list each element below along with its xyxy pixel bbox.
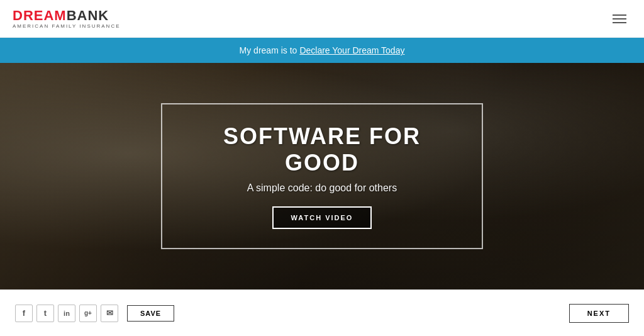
hero-subtitle: A simple code: do good for others [200, 182, 444, 194]
logo-dream-part: DREAM [13, 8, 67, 23]
twitter-icon[interactable]: t [36, 305, 54, 322]
facebook-icon[interactable]: f [15, 305, 33, 322]
social-save-group: f t in g+ ✉ SAVE [15, 305, 174, 322]
save-button[interactable]: SAVE [127, 305, 174, 322]
watch-video-button[interactable]: WATCH VIDEO [272, 206, 372, 229]
banner-prefix: My dream is to [240, 45, 297, 55]
hamburger-line-1 [613, 14, 626, 16]
next-button[interactable]: NEXT [569, 304, 629, 323]
googleplus-icon[interactable]: g+ [79, 305, 97, 322]
footer-bar: f t in g+ ✉ SAVE NEXT [0, 289, 644, 336]
site-header: DREAMBANK AMERICAN FAMILY INSURANCE [0, 0, 644, 38]
hamburger-menu[interactable] [608, 9, 631, 28]
linkedin-icon[interactable]: in [58, 305, 75, 322]
hero-content-box: SOFTWARE FOR GOOD A simple code: do good… [161, 103, 483, 249]
email-icon[interactable]: ✉ [101, 305, 118, 322]
declare-dream-link[interactable]: Declare Your Dream Today [299, 45, 404, 55]
hero-title: SOFTWARE FOR GOOD [200, 123, 444, 176]
hamburger-line-3 [613, 22, 626, 23]
logo[interactable]: DREAMBANK AMERICAN FAMILY INSURANCE [13, 9, 121, 29]
logo-text: DREAMBANK [13, 9, 121, 23]
hamburger-line-2 [613, 18, 626, 20]
logo-bank-part: BANK [67, 8, 109, 23]
logo-subtitle: AMERICAN FAMILY INSURANCE [13, 24, 121, 29]
hero-section: SOFTWARE FOR GOOD A simple code: do good… [0, 63, 644, 289]
dream-banner: My dream is to Declare Your Dream Today [0, 38, 644, 63]
